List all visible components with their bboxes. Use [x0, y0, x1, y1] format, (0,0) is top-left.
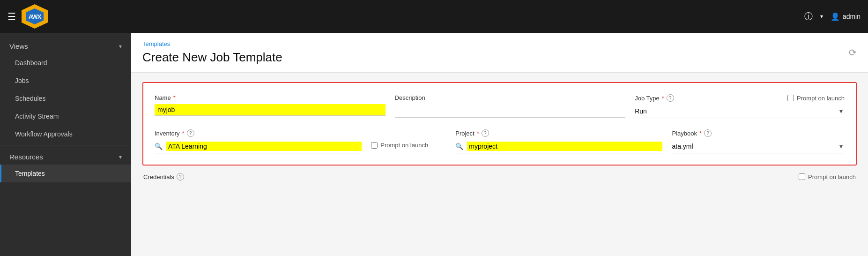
name-label: Name * — [155, 94, 386, 101]
inventory-help-icon[interactable]: ? — [187, 129, 194, 137]
logo-text: AWX — [29, 13, 41, 20]
header-right: ⓘ ▾ 👤 admin — [804, 11, 861, 22]
user-icon: 👤 — [831, 12, 840, 21]
history-icon[interactable]: ⟳ — [849, 47, 857, 58]
inventory-prompt-checkbox[interactable] — [371, 142, 378, 149]
prompt-on-launch-label[interactable]: Prompt on launch — [787, 95, 845, 102]
inventory-input[interactable] — [166, 142, 362, 151]
name-input[interactable] — [155, 104, 386, 116]
form-row-1: Name * Description — [155, 94, 845, 118]
logo-hex: AWX — [22, 4, 48, 29]
job-type-section: Job Type * ? Prompt on launch Run — [635, 94, 845, 118]
project-label: Project * ? — [455, 129, 662, 137]
project-required-star: * — [477, 130, 479, 137]
views-chevron-icon: ▾ — [119, 43, 122, 50]
sidebar-item-templates[interactable]: Templates — [0, 165, 131, 182]
resources-label: Resources — [9, 153, 43, 161]
description-input[interactable] — [395, 104, 626, 118]
job-type-required-star: * — [662, 95, 664, 102]
main-layout: Views ▾ Dashboard Jobs Schedules Activit… — [0, 33, 868, 256]
credentials-prompt-checkbox[interactable] — [799, 173, 805, 180]
inventory-field-group: Inventory * ? 🔍 — [155, 129, 362, 153]
name-field-group: Name * — [155, 94, 386, 118]
job-type-label: Job Type * ? — [635, 94, 674, 102]
project-help-icon[interactable]: ? — [482, 129, 489, 137]
content-area: Templates Create New Job Template ⟳ Name… — [131, 33, 868, 256]
playbook-select[interactable]: ata.yml — [672, 140, 845, 153]
name-required-star: * — [173, 94, 176, 101]
playbook-required-star: * — [699, 130, 702, 137]
header-left: ☰ AWX — [7, 4, 48, 29]
inventory-input-wrapper: 🔍 — [155, 140, 362, 153]
resources-section-header[interactable]: Resources ▾ — [0, 147, 131, 165]
project-search-icon: 🔍 — [455, 143, 463, 150]
resources-chevron-icon: ▾ — [119, 154, 122, 160]
page-header: Templates Create New Job Template ⟳ — [131, 33, 868, 73]
top-header: ☰ AWX ⓘ ▾ 👤 admin — [0, 0, 868, 33]
credentials-row: Credentials ? Prompt on launch — [142, 173, 857, 181]
credentials-help-icon[interactable]: ? — [177, 173, 184, 181]
sidebar-item-activity-stream[interactable]: Activity Stream — [0, 107, 131, 125]
inventory-prompt-group: Prompt on launch — [371, 129, 446, 153]
project-input-wrapper: 🔍 — [455, 140, 662, 153]
credentials-label: Credentials ? — [143, 173, 184, 181]
page-title: Create New Job Template — [142, 50, 857, 65]
description-field-group: Description — [395, 94, 626, 118]
playbook-select-wrapper: ata.yml ▾ — [672, 140, 845, 153]
sidebar-item-schedules[interactable]: Schedules — [0, 90, 131, 107]
user-name-label: admin — [843, 13, 861, 20]
form-row-2: Inventory * ? 🔍 Prompt on l — [155, 129, 845, 153]
breadcrumb[interactable]: Templates — [142, 40, 857, 47]
description-label: Description — [395, 94, 626, 101]
credentials-prompt-label[interactable]: Prompt on launch — [799, 173, 856, 181]
form-area: Name * Description — [131, 73, 868, 256]
job-type-select[interactable]: Run Check — [635, 105, 845, 118]
logo-inner: AWX — [26, 8, 44, 24]
prompt-on-launch-checkbox[interactable] — [787, 95, 794, 101]
sidebar-divider — [0, 145, 131, 145]
inventory-prompt-label[interactable]: Prompt on launch — [371, 142, 428, 149]
inventory-search-icon: 🔍 — [155, 143, 163, 150]
hamburger-menu[interactable]: ☰ — [7, 11, 16, 22]
inventory-label: Inventory * ? — [155, 129, 362, 137]
header-dropdown-icon[interactable]: ▾ — [820, 13, 823, 20]
logo-container: AWX — [22, 4, 48, 29]
sidebar-item-jobs[interactable]: Jobs — [0, 72, 131, 90]
help-icon[interactable]: ⓘ — [804, 11, 813, 22]
job-type-help-icon[interactable]: ? — [667, 94, 674, 102]
sidebar-item-dashboard[interactable]: Dashboard — [0, 54, 131, 72]
inventory-required-star: * — [182, 130, 184, 137]
job-type-select-wrapper: Run Check ▾ — [635, 105, 845, 118]
playbook-label: Playbook * ? — [672, 129, 845, 137]
project-input[interactable] — [467, 142, 662, 151]
playbook-field-group: Playbook * ? ata.yml ▾ — [672, 129, 845, 153]
sidebar: Views ▾ Dashboard Jobs Schedules Activit… — [0, 33, 131, 256]
views-section-header[interactable]: Views ▾ — [0, 37, 131, 54]
views-label: Views — [9, 42, 28, 50]
project-field-group: Project * ? 🔍 — [455, 129, 662, 153]
form-card: Name * Description — [142, 82, 857, 166]
sidebar-item-workflow-approvals[interactable]: Workflow Approvals — [0, 125, 131, 143]
user-menu[interactable]: 👤 admin — [831, 12, 861, 21]
playbook-help-icon[interactable]: ? — [704, 129, 712, 137]
